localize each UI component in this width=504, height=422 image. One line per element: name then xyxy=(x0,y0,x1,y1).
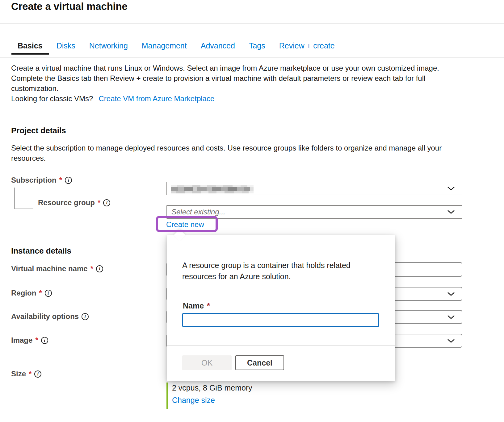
ok-button[interactable]: OK xyxy=(182,355,232,370)
header-divider xyxy=(0,23,504,24)
dialog-divider xyxy=(167,345,395,346)
info-icon[interactable]: i xyxy=(34,370,41,378)
required-marker: * xyxy=(98,198,100,207)
info-icon[interactable]: i xyxy=(103,199,110,206)
resource-group-dropdown[interactable]: Select existing... xyxy=(166,205,462,219)
dialog-name-label: Name * xyxy=(183,301,210,310)
tab-advanced[interactable]: Advanced xyxy=(195,41,241,55)
size-label: Size * i xyxy=(11,370,41,378)
hierarchy-connector-vertical xyxy=(14,188,15,209)
chevron-down-icon xyxy=(447,315,455,319)
create-vm-page: Create a virtual machine Basics Disks Ne… xyxy=(0,0,504,422)
size-specs: 2 vcpus, 8 GiB memory xyxy=(172,383,252,392)
cancel-button[interactable]: Cancel xyxy=(235,355,284,370)
image-label: Image * i xyxy=(11,336,48,345)
required-marker: * xyxy=(90,264,93,273)
required-marker: * xyxy=(207,301,210,310)
dialog-description: A resource group is a container that hol… xyxy=(182,260,375,282)
info-icon[interactable]: i xyxy=(45,290,52,297)
resource-group-label: Resource group * i xyxy=(38,198,110,207)
chevron-down-icon xyxy=(447,292,455,296)
info-icon[interactable]: i xyxy=(41,337,48,344)
region-label: Region * i xyxy=(11,289,52,297)
classic-vm-question: Looking for classic VMs? xyxy=(11,94,93,103)
required-marker: * xyxy=(39,289,42,297)
required-marker: * xyxy=(35,336,38,345)
resource-group-placeholder: Select existing... xyxy=(167,208,225,216)
intro-paragraph-2: Complete the Basics tab then Review + cr… xyxy=(11,73,444,93)
chevron-down-icon xyxy=(447,339,455,343)
dialog-caret xyxy=(174,229,185,241)
required-marker: * xyxy=(59,176,62,184)
resource-group-name-input[interactable] xyxy=(182,313,379,327)
size-accent-bar xyxy=(166,383,168,409)
info-icon[interactable]: i xyxy=(65,177,72,184)
create-new-link[interactable]: Create new xyxy=(166,220,204,229)
chevron-down-icon xyxy=(447,186,455,191)
project-details-heading: Project details xyxy=(11,126,66,135)
tab-disks[interactable]: Disks xyxy=(50,41,82,55)
create-resource-group-dialog: A resource group is a container that hol… xyxy=(167,235,395,381)
change-size-link[interactable]: Change size xyxy=(172,396,215,405)
tab-basics[interactable]: Basics xyxy=(11,41,49,55)
subscription-dropdown[interactable] xyxy=(166,182,462,195)
subscription-label: Subscription * i xyxy=(11,176,72,184)
hierarchy-connector-horizontal xyxy=(14,209,33,209)
required-marker: * xyxy=(29,370,32,378)
tab-tags[interactable]: Tags xyxy=(243,41,271,55)
tab-bar: Basics Disks Networking Management Advan… xyxy=(11,41,342,55)
project-details-description: Select the subscription to manage deploy… xyxy=(11,143,444,163)
page-title: Create a virtual machine xyxy=(11,1,128,12)
instance-details-heading: Instance details xyxy=(11,246,71,256)
tab-management[interactable]: Management xyxy=(136,41,193,55)
info-icon[interactable]: i xyxy=(82,313,89,320)
chevron-down-icon xyxy=(447,210,455,214)
intro-paragraph-1: Create a virtual machine that runs Linux… xyxy=(11,63,444,73)
tabbar-divider xyxy=(0,57,504,58)
create-vm-marketplace-link[interactable]: Create VM from Azure Marketplace xyxy=(99,94,214,103)
vm-name-label: Virtual machine name * i xyxy=(11,264,103,273)
intro-paragraph-3: Looking for classic VMs?Create VM from A… xyxy=(11,93,444,104)
availability-options-label: Availability options i xyxy=(11,312,89,321)
subscription-value-redacted xyxy=(171,185,254,193)
tab-review-create[interactable]: Review + create xyxy=(273,41,341,55)
intro-text: Create a virtual machine that runs Linux… xyxy=(11,63,444,104)
tab-networking[interactable]: Networking xyxy=(83,41,134,55)
info-icon[interactable]: i xyxy=(96,265,103,272)
